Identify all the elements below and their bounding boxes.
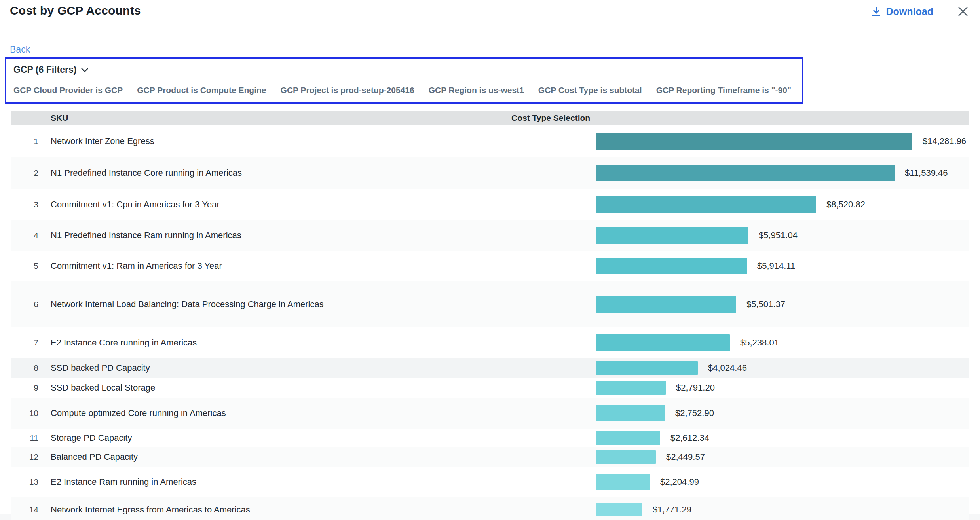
table-header-row: SKU Cost Type Selection [11, 111, 969, 125]
bar-value-label: $5,914.11 [757, 261, 795, 271]
sku-cell: Network Internet Egress from Americas to… [44, 497, 507, 520]
row-number: 11 [11, 429, 44, 447]
bar-value-label: $1,771.29 [653, 505, 691, 515]
sku-cell: E2 Instance Ram running in Americas [44, 467, 507, 497]
table-row[interactable]: 11 Storage PD Capacity $2,612.34 [11, 429, 969, 447]
table-row[interactable]: 14 Network Internet Egress from Americas… [11, 497, 969, 520]
filter-chip[interactable]: GCP Cost Type is subtotal [538, 85, 642, 95]
cost-bar-cell: $4,024.46 [507, 358, 969, 378]
bar-value-label: $4,024.46 [708, 363, 747, 373]
row-number: 12 [11, 447, 44, 467]
row-number: 9 [11, 378, 44, 398]
table-row[interactable]: 7 E2 Instance Core running in Americas $… [11, 327, 969, 358]
cost-bar-cell: $2,204.99 [507, 467, 969, 497]
table-row[interactable]: 8 SSD backed PD Capacity $4,024.46 [11, 358, 969, 378]
table-row[interactable]: 4 N1 Predefined Instance Ram running in … [11, 220, 969, 251]
cost-bar [596, 361, 698, 375]
row-number: 3 [11, 189, 44, 220]
filter-group-toggle[interactable]: GCP (6 Filters) [13, 65, 796, 75]
cost-bar-cell: $2,791.20 [507, 378, 969, 398]
sku-cell: Commitment v1: Ram in Americas for 3 Yea… [44, 251, 507, 281]
row-number: 7 [11, 327, 44, 358]
cost-bar [596, 227, 748, 244]
row-number: 1 [11, 125, 44, 157]
filter-group-label: GCP (6 Filters) [13, 65, 76, 75]
sku-cell: N1 Predefined Instance Ram running in Am… [44, 220, 507, 251]
cost-bar [596, 381, 666, 395]
table-row[interactable]: 5 Commitment v1: Ram in Americas for 3 Y… [11, 251, 969, 281]
row-number-column-header [11, 111, 44, 125]
cost-table: SKU Cost Type Selection 1 Network Inter … [11, 111, 969, 520]
table-row[interactable]: 1 Network Inter Zone Egress $14,281.96 [11, 125, 969, 157]
download-button[interactable]: Download [871, 6, 933, 17]
sku-cell: Compute optimized Core running in Americ… [44, 398, 507, 429]
close-icon[interactable] [956, 5, 970, 18]
sku-cell: SSD backed PD Capacity [44, 358, 507, 378]
cost-bar-cell: $2,612.34 [507, 429, 969, 447]
bar-value-label: $11,539.46 [905, 168, 948, 178]
cost-bar-cell: $5,914.11 [507, 251, 969, 281]
row-number: 6 [11, 281, 44, 327]
download-label: Download [886, 6, 933, 17]
cost-bar [596, 258, 747, 274]
cost-bar [596, 196, 816, 213]
bar-value-label: $5,501.37 [746, 299, 785, 309]
cost-bar-cell: $2,449.57 [507, 447, 969, 467]
sku-cell: Commitment v1: Cpu in Americas for 3 Yea… [44, 189, 507, 220]
cost-bar [596, 334, 730, 351]
page-title: Cost by GCP Accounts [10, 4, 141, 17]
table-row[interactable]: 3 Commitment v1: Cpu in Americas for 3 Y… [11, 189, 969, 220]
cost-bar [596, 296, 736, 313]
bar-value-label: $5,238.01 [740, 338, 779, 348]
row-number: 5 [11, 251, 44, 281]
filter-list: GCP Cloud Provider is GCP GCP Product is… [13, 85, 796, 95]
cost-bar-cell: $14,281.96 [507, 125, 969, 157]
table-row[interactable]: 13 E2 Instance Ram running in Americas $… [11, 467, 969, 497]
row-number: 2 [11, 157, 44, 189]
cost-type-column-header[interactable]: Cost Type Selection [507, 111, 969, 125]
filter-box: GCP (6 Filters) GCP Cloud Provider is GC… [5, 57, 803, 104]
row-number: 14 [11, 497, 44, 520]
filter-chip[interactable]: GCP Region is us-west1 [429, 85, 524, 95]
chevron-down-icon [80, 67, 89, 73]
cost-bar [596, 474, 650, 490]
cost-bar-cell: $5,238.01 [507, 327, 969, 358]
sku-cell: Network Inter Zone Egress [44, 125, 507, 157]
cost-bar [596, 503, 642, 516]
cost-bar [596, 431, 660, 445]
cost-bar-cell: $2,752.90 [507, 398, 969, 429]
table-row[interactable]: 2 N1 Predefined Instance Core running in… [11, 157, 969, 189]
table-row[interactable]: 6 Network Internal Load Balancing: Data … [11, 281, 969, 327]
bar-value-label: $2,612.34 [670, 433, 709, 443]
download-icon [871, 6, 881, 17]
cost-bar-cell: $5,951.04 [507, 220, 969, 251]
panel-header: Cost by GCP Accounts Download [0, 0, 980, 18]
row-number: 8 [11, 358, 44, 378]
sku-cell: N1 Predefined Instance Core running in A… [44, 157, 507, 189]
cost-bar [596, 165, 895, 181]
sku-cell: Balanced PD Capacity [44, 447, 507, 467]
row-number: 10 [11, 398, 44, 429]
cost-bar [596, 450, 656, 464]
back-link[interactable]: Back [10, 44, 30, 55]
sku-column-header[interactable]: SKU [44, 111, 507, 125]
row-number: 13 [11, 467, 44, 497]
row-number: 4 [11, 220, 44, 251]
filter-chip[interactable]: GCP Product is Compute Engine [137, 85, 266, 95]
bar-value-label: $8,520.82 [826, 199, 865, 210]
table-row[interactable]: 9 SSD backed Local Storage $2,791.20 [11, 378, 969, 398]
table-row[interactable]: 12 Balanced PD Capacity $2,449.57 [11, 447, 969, 467]
table-row[interactable]: 10 Compute optimized Core running in Ame… [11, 398, 969, 429]
bar-value-label: $2,752.90 [675, 408, 714, 418]
sku-cell: E2 Instance Core running in Americas [44, 327, 507, 358]
cost-bar-cell: $5,501.37 [507, 281, 969, 327]
filter-chip[interactable]: GCP Project is prod-setup-205416 [281, 85, 414, 95]
table-body: 1 Network Inter Zone Egress $14,281.96 2… [11, 125, 969, 520]
bar-value-label: $14,281.96 [923, 136, 966, 146]
cost-bar-cell: $1,771.29 [507, 497, 969, 520]
filter-chip[interactable]: GCP Cloud Provider is GCP [13, 85, 123, 95]
bar-value-label: $2,204.99 [660, 477, 699, 487]
sku-cell: SSD backed Local Storage [44, 378, 507, 398]
filter-chip[interactable]: GCP Reporting Timeframe is "-90" [656, 85, 791, 95]
bar-value-label: $2,791.20 [676, 383, 715, 393]
